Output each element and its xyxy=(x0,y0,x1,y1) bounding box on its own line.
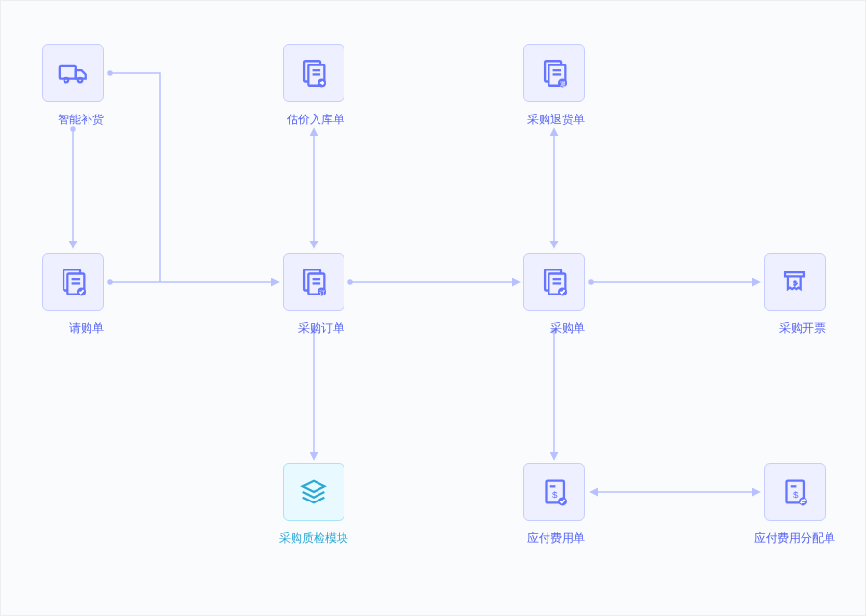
document-arrow-icon xyxy=(297,57,330,90)
node-label: 采购订单 xyxy=(298,321,344,337)
node-label: 智能补货 xyxy=(58,112,104,128)
node-box xyxy=(283,44,344,102)
node-payable-alloc[interactable]: $ 应付费用分配单 xyxy=(764,463,826,547)
svg-point-11 xyxy=(64,78,69,83)
node-box xyxy=(523,253,585,311)
node-payable-expense[interactable]: $ 应付费用单 xyxy=(523,463,585,547)
svg-text:$: $ xyxy=(793,489,799,500)
svg-point-12 xyxy=(78,78,83,83)
node-label: 采购退货单 xyxy=(527,112,585,128)
document-check-icon xyxy=(538,266,571,298)
node-label: 采购开票 xyxy=(779,321,826,337)
stack-icon xyxy=(297,475,330,508)
node-purchase-request[interactable]: 请购单 xyxy=(42,253,104,337)
node-label: 应付费用分配单 xyxy=(754,530,835,547)
svg-point-48 xyxy=(799,497,807,505)
node-purchase-return[interactable]: 退 采购退货单 xyxy=(523,44,585,128)
node-box: $ xyxy=(764,463,826,521)
document-money-icon: $ xyxy=(538,475,571,508)
node-label: 采购质检模块 xyxy=(279,530,348,547)
node-estimate-inbound[interactable]: 估价入库单 xyxy=(283,44,344,128)
node-label: 请购单 xyxy=(69,321,104,337)
node-box xyxy=(42,253,104,311)
node-label: 估价入库单 xyxy=(287,112,344,128)
document-check-icon xyxy=(57,266,89,298)
svg-text:订: 订 xyxy=(319,289,325,295)
document-swap-icon: $ xyxy=(778,475,811,508)
node-box: $ xyxy=(523,463,585,521)
node-purchase-invoice[interactable]: 采购开票 xyxy=(764,253,826,337)
truck-icon xyxy=(57,57,89,90)
document-return-icon: 退 xyxy=(538,57,571,90)
node-label: 应付费用单 xyxy=(527,530,585,547)
node-purchase-slip[interactable]: 采购单 xyxy=(523,253,585,337)
svg-rect-10 xyxy=(60,66,76,79)
document-order-icon: 订 xyxy=(297,266,330,298)
node-purchase-order[interactable]: 订 采购订单 xyxy=(283,253,344,337)
flow-connectors xyxy=(1,1,866,616)
node-box: 订 xyxy=(283,253,344,311)
node-box xyxy=(764,253,826,311)
node-label: 采购单 xyxy=(550,321,585,337)
node-box xyxy=(283,463,344,521)
node-box: 退 xyxy=(523,44,585,102)
svg-text:$: $ xyxy=(552,489,558,500)
node-smart-restock[interactable]: 智能补货 xyxy=(42,44,104,128)
node-purchase-qc[interactable]: 采购质检模块 xyxy=(283,463,344,547)
node-box xyxy=(42,44,104,102)
svg-text:退: 退 xyxy=(560,80,566,87)
invoice-icon xyxy=(778,266,811,298)
